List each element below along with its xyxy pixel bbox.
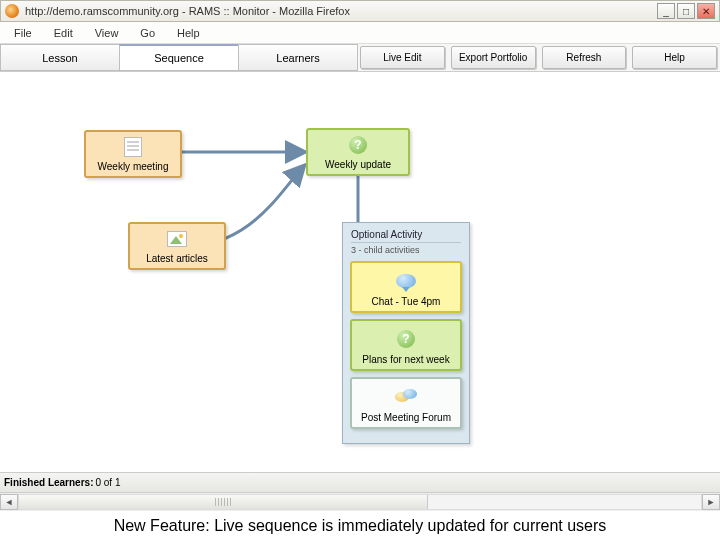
browser-menubar: File Edit View Go Help xyxy=(0,22,720,44)
question-icon: ? xyxy=(346,134,370,155)
tab-learners[interactable]: Learners xyxy=(238,44,358,71)
sequence-canvas[interactable]: Weekly meeting Latest articles ? Weekly … xyxy=(0,72,720,472)
export-portfolio-button[interactable]: Export Portfolio xyxy=(451,46,536,69)
tab-strip: Lesson Sequence Learners xyxy=(0,44,357,71)
close-button[interactable]: ✕ xyxy=(697,3,715,19)
document-icon xyxy=(121,136,145,157)
refresh-button[interactable]: Refresh xyxy=(542,46,627,69)
scroll-thumb[interactable] xyxy=(19,495,428,509)
node-label: Latest articles xyxy=(146,253,208,264)
child-plans[interactable]: ? Plans for next week xyxy=(350,319,462,371)
status-bar: Finished Learners: 0 of 1 xyxy=(0,472,720,492)
question-icon: ? xyxy=(394,328,418,350)
scroll-left-button[interactable]: ◄ xyxy=(0,494,18,510)
app-toolbar: Lesson Sequence Learners Live Edit Expor… xyxy=(0,44,720,72)
child-label: Post Meeting Forum xyxy=(361,412,451,423)
menu-edit[interactable]: Edit xyxy=(54,27,73,39)
window-titlebar: http://demo.ramscommunity.org - RAMS :: … xyxy=(0,0,720,22)
scroll-right-button[interactable]: ► xyxy=(702,494,720,510)
minimize-button[interactable]: _ xyxy=(657,3,675,19)
canvas-layer: Weekly meeting Latest articles ? Weekly … xyxy=(0,72,720,472)
menu-help[interactable]: Help xyxy=(177,27,200,39)
status-label: Finished Learners: xyxy=(4,477,93,488)
status-value: 0 of 1 xyxy=(95,477,120,488)
child-label: Plans for next week xyxy=(362,354,449,365)
menu-file[interactable]: File xyxy=(14,27,32,39)
horizontal-scrollbar[interactable]: ◄ ► xyxy=(0,492,720,510)
child-label: Chat - Tue 4pm xyxy=(372,296,441,307)
optional-subheader: 3 - child activities xyxy=(351,242,461,255)
node-label: Weekly meeting xyxy=(98,161,169,172)
optional-activity-panel[interactable]: Optional Activity 3 - child activities C… xyxy=(342,222,470,444)
node-weekly-meeting[interactable]: Weekly meeting xyxy=(84,130,182,178)
firefox-icon xyxy=(5,4,19,18)
slide-caption: New Feature: Live sequence is immediatel… xyxy=(0,510,720,540)
node-weekly-update[interactable]: ? Weekly update xyxy=(306,128,410,176)
window-title: http://demo.ramscommunity.org - RAMS :: … xyxy=(25,5,655,17)
tab-sequence[interactable]: Sequence xyxy=(119,44,239,71)
scroll-track[interactable] xyxy=(18,494,702,510)
maximize-button[interactable]: □ xyxy=(677,3,695,19)
image-icon xyxy=(165,228,189,249)
chat-icon xyxy=(394,270,418,292)
tab-lesson[interactable]: Lesson xyxy=(0,44,120,71)
menu-go[interactable]: Go xyxy=(140,27,155,39)
help-button[interactable]: Help xyxy=(632,46,717,69)
node-latest-articles[interactable]: Latest articles xyxy=(128,222,226,270)
menu-view[interactable]: View xyxy=(95,27,119,39)
live-edit-button[interactable]: Live Edit xyxy=(360,46,445,69)
grip-icon xyxy=(215,498,231,506)
optional-header: Optional Activity xyxy=(351,229,461,240)
forum-icon xyxy=(394,386,418,408)
node-label: Weekly update xyxy=(325,159,391,170)
child-chat[interactable]: Chat - Tue 4pm xyxy=(350,261,462,313)
child-forum[interactable]: Post Meeting Forum xyxy=(350,377,462,429)
